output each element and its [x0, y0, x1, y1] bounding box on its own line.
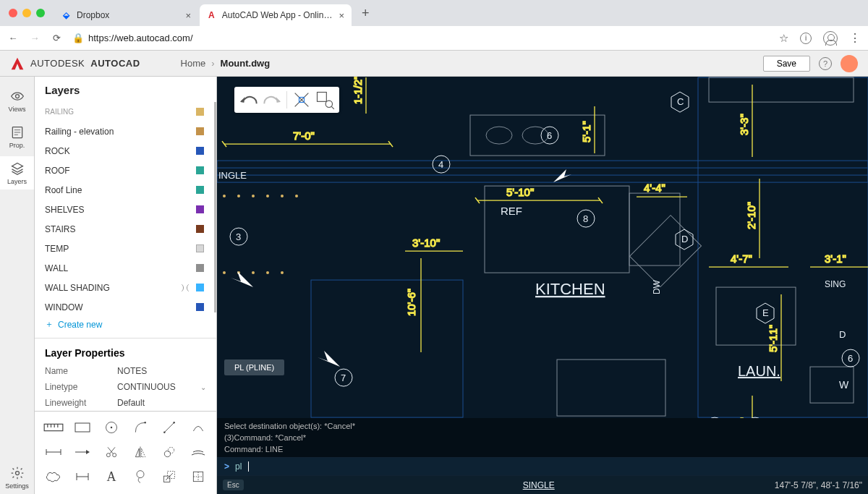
tool-mirror[interactable]: [126, 442, 155, 462]
new-tab-button[interactable]: +: [353, 6, 378, 21]
tool-dimension[interactable]: [39, 442, 68, 462]
layer-row[interactable]: RAILING: [35, 102, 214, 122]
layer-row[interactable]: SHELVES: [35, 200, 214, 219]
close-window-button[interactable]: [9, 9, 17, 17]
layer-row[interactable]: Roof Line: [35, 180, 214, 200]
text-cursor: [248, 461, 249, 472]
url-text: https://web.autocad.com/: [88, 33, 193, 43]
layer-list[interactable]: RAILING Railing - elevation ROCK ROOF Ro…: [35, 102, 216, 312]
history-line: (3)Command: *Cancel*: [224, 433, 861, 444]
tool-block[interactable]: [184, 467, 213, 487]
layer-row[interactable]: ROCK: [35, 141, 214, 161]
layer-color-swatch[interactable]: [196, 127, 204, 135]
tool-fillet[interactable]: [126, 417, 155, 438]
user-avatar[interactable]: [841, 55, 858, 72]
svg-text:5'-10": 5'-10": [506, 186, 534, 198]
tool-rectangle[interactable]: [68, 417, 97, 438]
undo-button[interactable]: [237, 90, 260, 110]
rail-label: Views: [9, 106, 26, 113]
svg-rect-130: [318, 93, 327, 102]
svg-rect-55: [709, 77, 854, 102]
layer-color-swatch[interactable]: [196, 166, 204, 174]
close-tab-icon[interactable]: ×: [339, 10, 344, 21]
svg-text:D: D: [839, 329, 846, 340]
layer-row[interactable]: TEMP: [35, 239, 214, 258]
svg-point-47: [486, 127, 512, 144]
back-icon[interactable]: ←: [7, 33, 19, 44]
help-icon[interactable]: ?: [819, 57, 832, 70]
tool-trim[interactable]: [97, 442, 126, 462]
rail-settings[interactable]: Settings: [0, 461, 34, 494]
layer-row[interactable]: WALL: [35, 258, 214, 278]
esc-chip[interactable]: Esc: [223, 480, 244, 490]
layer-color-swatch[interactable]: [196, 225, 204, 233]
svg-point-13: [111, 427, 113, 429]
tool-offset[interactable]: [184, 442, 213, 462]
tool-scale[interactable]: [155, 467, 184, 487]
zoom-window-button[interactable]: [313, 90, 336, 110]
address-bar[interactable]: 🔒 https://web.autocad.com/: [72, 33, 769, 43]
tool-measure[interactable]: [39, 417, 68, 438]
drawing-canvas[interactable]: 7'-0" 5'-10" 3'-10" 10'-6" 4'-4" 5'-1" 3…: [217, 77, 868, 418]
zoom-extents-button[interactable]: [290, 90, 313, 110]
draw-tool-palette: A: [35, 411, 216, 494]
rail-views[interactable]: Views: [0, 84, 34, 117]
svg-point-17: [173, 422, 175, 424]
tool-linear-dim[interactable]: [68, 467, 97, 487]
svg-point-59: [266, 195, 269, 197]
tool-arc[interactable]: [184, 417, 213, 438]
browser-tab-dropbox[interactable]: ⬙ Dropbox ×: [54, 4, 198, 26]
layer-color-swatch[interactable]: [196, 244, 204, 252]
tool-revcloud[interactable]: [39, 467, 68, 487]
tool-text[interactable]: A: [97, 467, 126, 487]
tool-copy[interactable]: [155, 442, 184, 462]
layer-color-swatch[interactable]: [196, 186, 204, 194]
layer-color-swatch[interactable]: [196, 205, 204, 213]
lock-icon: 🔒: [72, 33, 84, 43]
minimize-window-button[interactable]: [22, 9, 31, 17]
svg-point-5: [15, 472, 19, 475]
rail-layers[interactable]: Layers: [0, 156, 34, 189]
redo-button[interactable]: [260, 90, 284, 110]
tool-circle[interactable]: [97, 417, 126, 438]
menu-icon[interactable]: ⋮: [849, 31, 861, 45]
layer-color-swatch[interactable]: [196, 264, 204, 272]
autodesk-icon: [10, 56, 25, 71]
breadcrumb-home[interactable]: Home: [181, 58, 206, 69]
info-icon[interactable]: i: [800, 33, 812, 44]
layer-color-swatch[interactable]: [196, 303, 204, 311]
app-logo[interactable]: AUTODESK AUTOCAD: [10, 56, 140, 71]
svg-text:6: 6: [848, 353, 853, 364]
layer-row[interactable]: Railing - elevation: [35, 122, 214, 141]
layer-color-swatch[interactable]: [196, 147, 204, 155]
rail-properties[interactable]: Prop.: [0, 120, 34, 153]
forward-icon[interactable]: →: [29, 33, 41, 44]
layer-row[interactable]: WINDOW: [35, 297, 214, 312]
layer-row[interactable]: STAIRS: [35, 219, 214, 239]
window-controls: [9, 9, 45, 17]
save-button[interactable]: Save: [763, 56, 810, 72]
command-input-row[interactable]: > pl: [217, 457, 868, 475]
command-input[interactable]: pl: [235, 461, 242, 472]
breadcrumb-file: Mount.dwg: [221, 58, 271, 69]
svg-rect-43: [311, 280, 463, 417]
layer-row[interactable]: ROOF: [35, 161, 214, 180]
svg-text:6: 6: [547, 130, 552, 141]
svg-rect-52: [630, 216, 702, 287]
svg-text:D: D: [681, 234, 688, 244]
browser-tab-autocad[interactable]: A AutoCAD Web App - Online CA ×: [200, 4, 352, 26]
create-layer-button[interactable]: ＋ Create new: [35, 312, 216, 336]
layer-color-swatch[interactable]: [196, 284, 204, 291]
close-tab-icon[interactable]: ×: [185, 10, 191, 21]
tool-hatch[interactable]: [126, 467, 155, 487]
svg-text:DW: DW: [652, 279, 662, 294]
tool-leader[interactable]: [68, 442, 97, 462]
reload-icon[interactable]: ⟳: [51, 33, 62, 44]
layer-color-swatch[interactable]: [196, 108, 204, 116]
layer-row[interactable]: WALL SHADING: [35, 278, 214, 297]
profile-icon[interactable]: [823, 31, 838, 46]
tool-line[interactable]: [155, 417, 184, 438]
star-icon[interactable]: ☆: [779, 32, 788, 45]
command-suggestion[interactable]: PL (PLINE): [224, 359, 284, 375]
maximize-window-button[interactable]: [36, 9, 45, 17]
